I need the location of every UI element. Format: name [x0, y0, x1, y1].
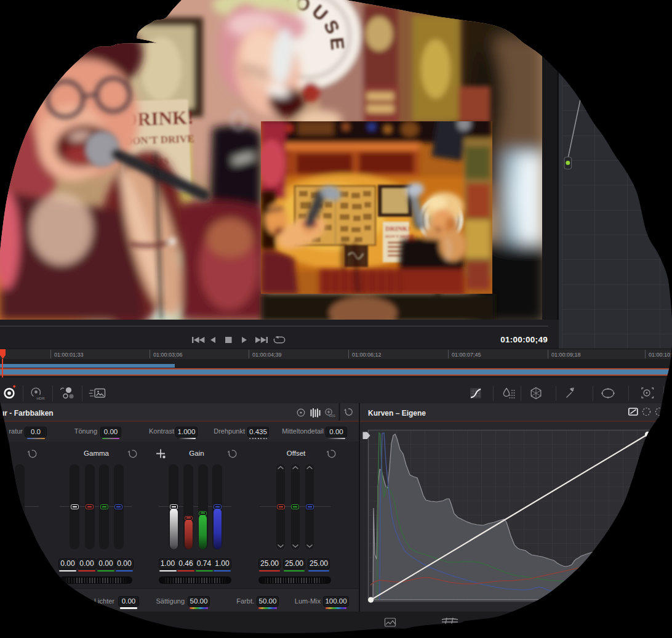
svg-text:Mattlin: Mattlin — [382, 628, 401, 636]
svg-text:HDR: HDR — [37, 397, 46, 400]
svg-text:LOG: LOG — [329, 414, 335, 418]
svg-text:DRINK!: DRINK! — [385, 225, 410, 232]
